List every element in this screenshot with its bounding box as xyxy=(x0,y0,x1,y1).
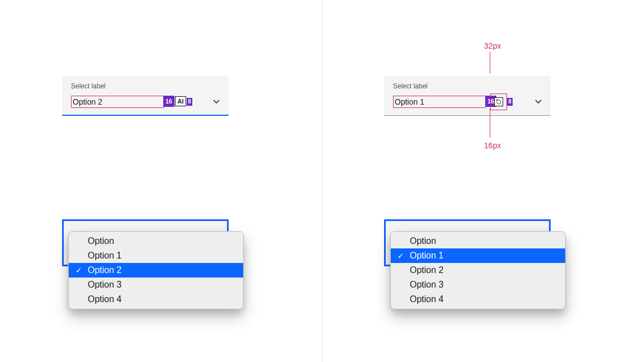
dropdown-option[interactable]: Option 1 xyxy=(69,248,243,263)
dimension-guide-bottom xyxy=(490,109,490,138)
panel-right: 32px Select label Option 1 16 8 16px Opt… xyxy=(322,0,644,362)
select-popup-left[interactable]: OptionOption 1Option 2Option 3Option 4 xyxy=(68,231,244,309)
select-closed-left[interactable]: Select label Option 2 16 AI 8 xyxy=(62,76,229,116)
select-value: Option 2 xyxy=(71,96,164,108)
revert-icon[interactable] xyxy=(494,97,503,106)
chevron-down-icon[interactable] xyxy=(212,97,221,106)
spacing-badge-16: 16 xyxy=(163,96,174,107)
revert-frame xyxy=(490,93,507,110)
dimension-guide-top xyxy=(490,52,490,73)
select-closed-right[interactable]: Select label Option 1 16 8 xyxy=(384,76,551,116)
dropdown-option[interactable]: Option 4 xyxy=(391,292,565,307)
dropdown-option[interactable]: Option 2 xyxy=(391,263,565,278)
ai-icon: AI xyxy=(175,96,186,106)
focus-underline xyxy=(62,115,229,116)
dropdown-option[interactable]: Option 3 xyxy=(391,278,565,292)
dimension-label-top: 32px xyxy=(479,41,506,50)
spacing-badge-8: 8 xyxy=(507,98,513,106)
dropdown-option[interactable]: Option 1 xyxy=(391,248,565,263)
select-label: Select label xyxy=(71,82,220,90)
select-popup-right[interactable]: OptionOption 1Option 2Option 3Option 4 xyxy=(390,231,566,309)
select-value: Option 1 xyxy=(393,96,486,108)
dropdown-option[interactable]: Option 2 xyxy=(69,263,243,278)
chevron-down-icon[interactable] xyxy=(534,97,543,106)
spacing-badge-8: 8 xyxy=(187,98,192,106)
dropdown-option[interactable]: Option 4 xyxy=(69,292,243,307)
panel-left: Select label Option 2 16 AI 8 OptionOpti… xyxy=(0,0,322,362)
dropdown-option[interactable]: Option xyxy=(69,234,243,248)
select-value-row: Option 1 16 8 xyxy=(393,96,542,109)
underline xyxy=(384,115,551,116)
select-label: Select label xyxy=(393,82,542,90)
dropdown-option[interactable]: Option 3 xyxy=(69,278,243,292)
dropdown-option[interactable]: Option xyxy=(391,234,565,248)
dimension-label-bottom: 16px xyxy=(479,141,506,150)
select-value-row: Option 2 16 AI 8 xyxy=(71,96,220,109)
